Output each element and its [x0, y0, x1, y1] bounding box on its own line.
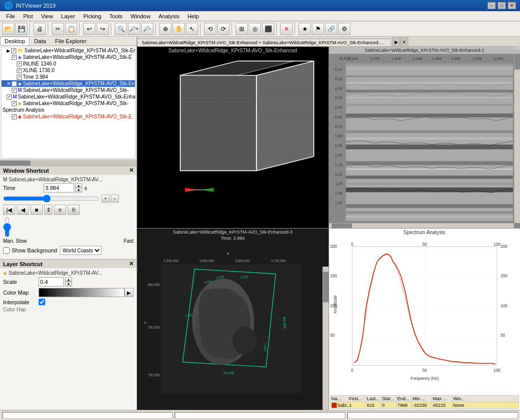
ws-vertical-slider[interactable]: ⇕ [44, 205, 52, 215]
tree-item-8[interactable]: ◈ SabineLake+WildcatRidge_KPrSTM-AVO_Stk… [2, 100, 135, 107]
tree-check-4[interactable] [17, 75, 22, 80]
tree-check-0[interactable] [11, 48, 16, 53]
tb-target[interactable]: ◎ [249, 23, 261, 35]
svg-text:100: 100 [493, 242, 500, 247]
tree-item-7[interactable]: M SabineLake+WildcatRidge_KPrSTM-AVO_Stk… [2, 93, 135, 100]
tb-config[interactable]: ⚙ [338, 23, 350, 35]
tree-check-10[interactable] [12, 114, 17, 119]
tree-item-9[interactable]: Spectrum Analysis [2, 107, 135, 113]
tb-link[interactable]: 🔗 [325, 23, 337, 35]
tb-rotate-right[interactable]: ⟳ [217, 23, 230, 35]
close-button[interactable]: ✕ [508, 2, 516, 9]
tree-item-0[interactable]: ▶ 📁 SabineLake+WildcatRidge_KPrSTM-AVO_S… [2, 47, 135, 54]
tb-fill[interactable]: ⬛ [262, 23, 274, 35]
tb-undo[interactable]: ↩ [83, 23, 95, 35]
svg-text:800,000: 800,000 [148, 283, 160, 286]
tb-copy[interactable]: 📋 [65, 23, 77, 35]
tb-save[interactable]: 💾 [15, 23, 27, 35]
tree-check-3[interactable] [17, 68, 22, 73]
ws-slider-add[interactable]: + [102, 195, 110, 203]
ls-colormap-display[interactable] [39, 288, 124, 297]
menu-view[interactable]: View [37, 12, 57, 20]
tree-scrollbar[interactable] [0, 159, 137, 166]
ws-time-down[interactable]: ▼ [75, 188, 82, 192]
tb-grid[interactable]: ⊞ [236, 23, 248, 35]
svg-text:100: 100 [493, 368, 500, 373]
tab-file-explorer[interactable]: File Explorer [51, 37, 91, 45]
tree-panel[interactable]: ▶ 📁 SabineLake+WildcatRidge_KPrSTM-AVO_S… [1, 47, 136, 158]
tree-item-2[interactable]: INLINE 1346.0 [2, 60, 135, 67]
tree-item-10[interactable]: ◈ SabineLake+WildcatRidge_KPrSTM-AVO_Stk… [2, 113, 135, 120]
ws-time-up[interactable]: ▲ [75, 183, 82, 188]
tree-check-1[interactable] [12, 55, 17, 60]
ws-stop[interactable]: ■ [30, 205, 43, 215]
menu-tools[interactable]: Tools [105, 12, 126, 20]
tb-print[interactable]: 🖨 [34, 23, 46, 35]
menu-layer[interactable]: Layer [57, 12, 79, 20]
ws-show-bg-checkbox[interactable] [3, 247, 10, 254]
maximize-button[interactable]: □ [498, 2, 506, 9]
menu-analysis[interactable]: Analysis [154, 12, 183, 20]
ls-scale-down[interactable]: ▼ [65, 282, 72, 286]
ls-close[interactable]: ✕ [129, 261, 134, 267]
tb-redo[interactable]: ↪ [96, 23, 109, 35]
tree-item-6[interactable]: M SabineLake+WildcatRidge_KPrSTM-AVO_Stk… [2, 87, 135, 93]
tree-item-1[interactable]: ◈ SabineLake+WildcatRidge_KPrSTM-AVO_Stk… [2, 54, 135, 60]
ls-interpolate-checkbox[interactable] [39, 299, 45, 305]
svg-text:1,529: 1,529 [472, 56, 482, 61]
menu-plot[interactable]: Plot [19, 12, 37, 20]
ls-colormap-btn[interactable]: ▶ [124, 288, 134, 297]
ws-list[interactable]: ≡ [54, 205, 66, 215]
tree-icon-folder: 📁 [17, 48, 23, 53]
menu-file[interactable]: File [2, 12, 19, 20]
tb-cut[interactable]: ✂ [52, 23, 64, 35]
ws-vert-slider[interactable] [3, 217, 11, 237]
tree-item-4[interactable]: Time 3.984 [2, 74, 135, 80]
tab-desktop[interactable]: Desktop [0, 37, 29, 45]
minimize-button[interactable]: − [488, 2, 496, 9]
tb-star[interactable]: ★ [299, 23, 311, 35]
tb-new[interactable]: 📂 [2, 23, 14, 35]
menu-help[interactable]: Help [183, 12, 203, 20]
tree-item-5[interactable]: ✕ ◈ SabineLake+WildcatRidge_KPrSTM-AVO_S… [2, 80, 135, 87]
ws-time-slider[interactable] [3, 195, 100, 203]
status-text [2, 412, 173, 419]
tree-item-3[interactable]: XLINE 1736.0 [2, 67, 135, 74]
menu-window[interactable]: Window [126, 12, 154, 20]
ws-copy-btn[interactable]: ⎘ [68, 205, 80, 215]
tab-data[interactable]: Data [29, 37, 50, 45]
viewer-main-tab[interactable]: SabineLake+WildcatRidge_KPrSTM-AVO_Stk-E… [137, 39, 391, 46]
tb-pan[interactable]: ✋ [173, 23, 185, 35]
menu-picking[interactable]: Picking [79, 12, 105, 20]
ws-coasts-select[interactable]: World Coasts [60, 246, 102, 255]
tree-label-2: INLINE 1346.0 [23, 61, 56, 67]
tb-zoom-in[interactable]: 🔎+ [128, 23, 140, 35]
ws-play-back[interactable]: ◀ [17, 205, 29, 215]
tb-search[interactable]: 🔍 [115, 23, 127, 35]
ws-close[interactable]: ✕ [129, 167, 134, 174]
tree-check-2[interactable] [17, 61, 22, 67]
tb-flag[interactable]: ⚑ [312, 23, 324, 35]
tb-select[interactable]: ⊕ [159, 23, 172, 35]
tb-zoom-out[interactable]: 🔎- [141, 23, 153, 35]
ws-slider-sub[interactable]: − [111, 195, 119, 203]
tb-rotate-left[interactable]: ⟲ [204, 23, 216, 35]
ls-scale-input[interactable] [39, 277, 64, 286]
viewer-tab-close[interactable]: ✕ [400, 37, 408, 46]
table-cell-min: -32230 [412, 402, 432, 408]
tree-check-8[interactable] [12, 101, 17, 106]
tree-check-7[interactable] [7, 94, 12, 100]
ws-play-start[interactable]: |◀ [3, 205, 15, 215]
seismic-scrollbar-h[interactable] [329, 223, 514, 228]
viewer-tab-scroll-right[interactable]: ▶ [392, 37, 400, 46]
seismic-scrollbar-v[interactable] [514, 47, 520, 223]
ls-scale-up[interactable]: ▲ [65, 277, 72, 282]
svg-text:1,500: 1,500 [216, 275, 224, 279]
table-row[interactable]: Sabi... 1 615 0 7968 -32230 45215 None [331, 402, 519, 408]
map-scrollbar-v[interactable] [322, 267, 329, 410]
tree-check-6[interactable] [12, 88, 17, 93]
ws-time-input[interactable] [44, 183, 74, 192]
tb-pointer[interactable]: ↖ [186, 23, 198, 35]
tree-check-5[interactable] [12, 81, 17, 86]
tb-clear[interactable]: ✕ [280, 23, 292, 35]
